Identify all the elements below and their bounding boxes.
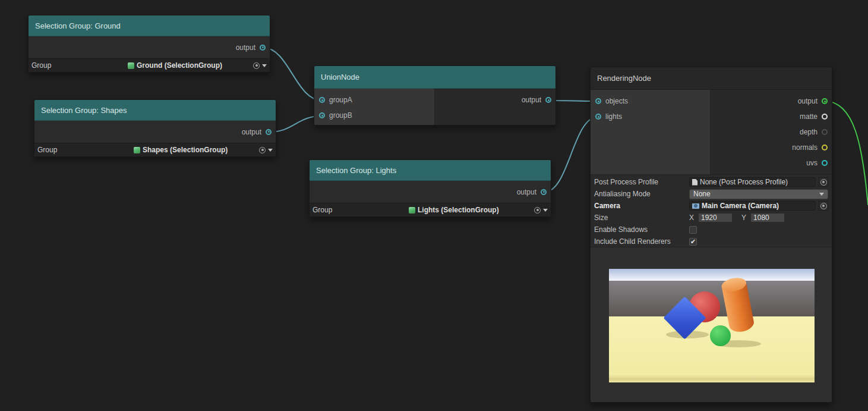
preview-ground-plane bbox=[609, 316, 815, 382]
graph-canvas[interactable]: Selection Group: Ground output Group Gro… bbox=[0, 0, 868, 411]
output-port[interactable] bbox=[545, 97, 551, 103]
input-port-objects[interactable] bbox=[595, 98, 601, 104]
node-body: output bbox=[29, 36, 270, 58]
output-port-row: depth bbox=[711, 124, 832, 140]
node-selection-group-shapes[interactable]: Selection Group: Shapes output Group Sha… bbox=[34, 99, 276, 157]
group-object-value: Ground (SelectionGroup) bbox=[137, 61, 222, 70]
antialiasing-mode-value: None bbox=[693, 190, 711, 198]
property-row-post-process-profile: Post Process Profile None (Post Process … bbox=[594, 176, 828, 188]
object-picker-icon[interactable] bbox=[259, 147, 266, 153]
input-port-label: objects bbox=[605, 97, 628, 105]
node-footer: Group Lights (SelectionGroup) bbox=[310, 203, 551, 217]
node-selection-group-lights[interactable]: Selection Group: Lights output Group Lig… bbox=[309, 159, 551, 217]
dropdown-arrow-icon[interactable] bbox=[268, 149, 273, 152]
output-ports-panel: output bbox=[435, 89, 555, 125]
group-object-field[interactable]: Shapes (SelectionGroup) bbox=[134, 146, 257, 154]
output-port-label: output bbox=[522, 96, 541, 104]
output-port-uvs[interactable] bbox=[822, 160, 828, 166]
node-header[interactable]: Selection Group: Ground bbox=[29, 15, 270, 36]
output-port-row: output bbox=[711, 93, 832, 109]
input-port-groupB[interactable] bbox=[319, 112, 325, 118]
object-picker-icon[interactable] bbox=[253, 62, 260, 69]
output-port-row: normals bbox=[711, 140, 832, 155]
group-object-field[interactable]: Ground (SelectionGroup) bbox=[128, 61, 251, 70]
antialiasing-mode-dropdown[interactable]: None bbox=[689, 189, 828, 199]
object-picker-button[interactable] bbox=[819, 177, 828, 187]
node-body: output bbox=[310, 181, 551, 203]
property-row-include-child-renderers: Include Child Renderers ✔ bbox=[594, 236, 828, 247]
node-header[interactable]: Selection Group: Lights bbox=[310, 160, 551, 181]
node-footer: Group Ground (SelectionGroup) bbox=[29, 58, 270, 72]
post-process-profile-object-field[interactable]: None (Post Process Profile) bbox=[689, 177, 816, 187]
node-selection-group-ground[interactable]: Selection Group: Ground output Group Gro… bbox=[28, 15, 270, 73]
node-properties: Post Process Profile None (Post Process … bbox=[591, 174, 832, 247]
node-header[interactable]: RenderingNode bbox=[591, 67, 832, 90]
selection-group-asset-icon bbox=[409, 207, 415, 214]
node-title: Selection Group: Lights bbox=[316, 166, 396, 175]
group-object-field[interactable]: Lights (SelectionGroup) bbox=[409, 206, 532, 214]
node-header[interactable]: Selection Group: Shapes bbox=[34, 100, 276, 121]
camera-preview-panel bbox=[591, 247, 832, 402]
check-icon: ✔ bbox=[690, 239, 696, 245]
input-port-groupA[interactable] bbox=[319, 97, 325, 103]
dropdown-arrow-icon[interactable] bbox=[543, 209, 548, 212]
property-label: Camera bbox=[594, 202, 689, 210]
node-title: Selection Group: Ground bbox=[35, 21, 121, 30]
input-ports-panel: objects lights bbox=[591, 90, 711, 174]
object-picker-button[interactable] bbox=[819, 201, 828, 211]
input-ports-panel: groupA groupB bbox=[314, 89, 435, 125]
property-label: Size bbox=[594, 214, 689, 222]
output-port-label: normals bbox=[792, 143, 818, 152]
output-port[interactable] bbox=[541, 189, 547, 195]
node-title: Selection Group: Shapes bbox=[41, 106, 127, 115]
size-y-input[interactable] bbox=[750, 213, 785, 222]
output-port-output[interactable] bbox=[822, 98, 828, 104]
output-port-label: output bbox=[242, 128, 261, 136]
group-object-value: Lights (SelectionGroup) bbox=[418, 206, 499, 214]
group-field-label: Group bbox=[37, 146, 131, 154]
output-port-label: uvs bbox=[806, 159, 818, 167]
output-port[interactable] bbox=[266, 129, 272, 135]
object-picker-icon bbox=[820, 203, 827, 209]
output-port-label: output bbox=[798, 97, 818, 105]
include-child-renderers-checkbox[interactable]: ✔ bbox=[689, 238, 697, 246]
camera-object-field[interactable]: Main Camera (Camera) bbox=[689, 201, 816, 211]
output-port-label: depth bbox=[800, 128, 818, 136]
input-port-row: lights bbox=[591, 109, 710, 124]
property-row-camera: Camera Main Camera (Camera) bbox=[594, 200, 828, 212]
selection-group-asset-icon bbox=[128, 62, 134, 69]
node-union[interactable]: UnionNode groupA groupB output bbox=[314, 65, 556, 126]
output-port-label: output bbox=[236, 43, 255, 52]
output-port-normals[interactable] bbox=[822, 145, 828, 150]
selection-group-asset-icon bbox=[134, 147, 140, 153]
enable-shadows-checkbox[interactable] bbox=[689, 226, 697, 234]
output-port[interactable] bbox=[260, 45, 266, 51]
size-x-input[interactable] bbox=[698, 213, 733, 222]
output-port-row: matte bbox=[711, 109, 832, 124]
group-object-value: Shapes (SelectionGroup) bbox=[143, 146, 228, 154]
output-port-depth[interactable] bbox=[822, 129, 828, 135]
node-rendering[interactable]: RenderingNode objects lights output bbox=[590, 67, 832, 403]
output-ports-panel: output matte depth normals uvs bbox=[711, 90, 832, 174]
profile-asset-icon bbox=[692, 179, 697, 186]
size-x-label: X bbox=[689, 214, 694, 222]
node-body: output bbox=[34, 121, 276, 143]
input-port-lights[interactable] bbox=[595, 114, 601, 120]
input-port-row: groupB bbox=[314, 108, 434, 123]
input-port-row: objects bbox=[591, 93, 710, 109]
dropdown-arrow-icon[interactable] bbox=[262, 64, 267, 67]
preview-green-sphere bbox=[710, 325, 731, 346]
property-label: Antialiasing Mode bbox=[594, 190, 689, 198]
node-ports: groupA groupB output bbox=[314, 89, 555, 125]
property-row-antialiasing-mode: Antialiasing Mode None bbox=[594, 188, 828, 200]
input-port-label: lights bbox=[605, 112, 622, 121]
object-picker-icon[interactable] bbox=[534, 207, 541, 214]
output-port-matte[interactable] bbox=[822, 114, 828, 120]
post-process-profile-value: None (Post Process Profile) bbox=[700, 178, 788, 186]
node-header[interactable]: UnionNode bbox=[314, 66, 555, 89]
preview-sky bbox=[609, 269, 815, 281]
group-field-label: Group bbox=[313, 206, 406, 214]
property-label: Include Child Renderers bbox=[594, 237, 689, 246]
property-row-size: Size X Y bbox=[594, 212, 828, 224]
node-title: RenderingNode bbox=[597, 74, 651, 83]
